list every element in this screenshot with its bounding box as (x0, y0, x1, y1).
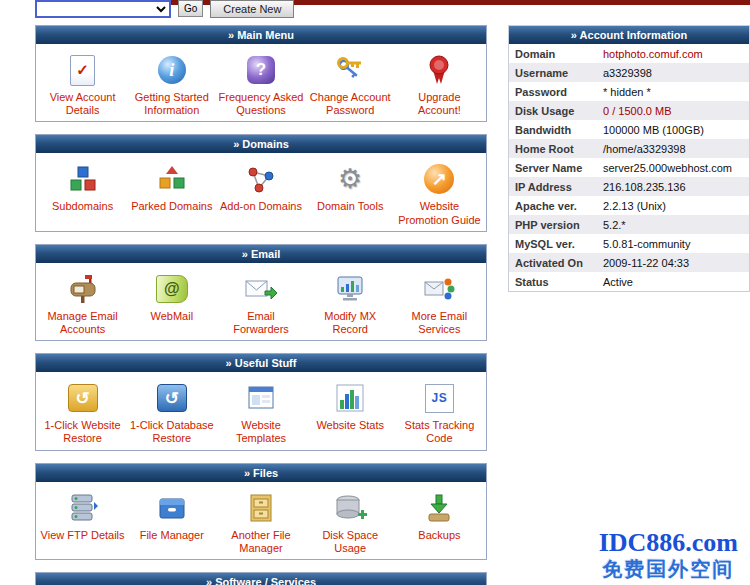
section-header-email: » Email (36, 245, 486, 263)
menu-item-website-templates[interactable]: Website Templates (216, 379, 305, 445)
gears-icon: ⚙ (306, 160, 395, 198)
section-header-main-menu: » Main Menu (36, 26, 486, 44)
menu-item-view-account-details[interactable]: ✓ View Account Details (38, 51, 127, 117)
menu-item-website-promotion[interactable]: ↗ Website Promotion Guide (395, 160, 484, 226)
menu-item-disk-space-usage[interactable]: Disk Space Usage (306, 489, 395, 555)
menu-item-file-manager[interactable]: File Manager (127, 489, 216, 542)
account-info-row: Password * hidden * (509, 82, 749, 101)
section-email: » Email Manage Email Accounts (35, 244, 487, 341)
activated-on-value: 2009-11-22 04:33 (603, 257, 689, 269)
account-info-row: Home Root /home/a3329398 (509, 139, 749, 158)
menu-item-label: Website Promotion Guide (395, 200, 484, 226)
top-form: Go Create New (35, 0, 294, 18)
php-version-value: 5.2.* (603, 219, 626, 231)
menu-item-label: Domain Tools (306, 200, 395, 213)
menu-item-email-forwarders[interactable]: Email Forwarders (216, 270, 305, 336)
envelope-services-icon (395, 270, 484, 308)
section-header-software-services: » Software / Services (36, 573, 486, 585)
section-software-services: » Software / Services (35, 572, 487, 585)
menu-item-webmail[interactable]: @ WebMail (127, 270, 216, 323)
js-code-icon: JS (395, 379, 484, 417)
menu-item-another-file-manager[interactable]: Another File Manager (216, 489, 305, 555)
menu-item-view-ftp-details[interactable]: View FTP Details (38, 489, 127, 542)
menu-item-change-password[interactable]: Change Account Password (306, 51, 395, 117)
page: Go Create New » Main Menu ✓ View Account… (0, 0, 750, 585)
info-icon: i (127, 51, 216, 89)
promotion-arrow-icon: ↗ (395, 160, 484, 198)
templates-window-icon (216, 379, 305, 417)
menu-item-label: Email Forwarders (216, 310, 305, 336)
watermark: IDC886.com 免费国外空间 (599, 529, 738, 583)
file-manager-icon (127, 489, 216, 527)
section-files: » Files View FTP Details (35, 463, 487, 560)
create-new-button[interactable]: Create New (210, 0, 294, 18)
menu-item-label: Website Stats (306, 419, 395, 432)
menu-item-database-restore[interactable]: ↺ 1-Click Database Restore (127, 379, 216, 445)
menu-item-modify-mx[interactable]: Modify MX Record (306, 270, 395, 336)
menu-item-domain-tools[interactable]: ⚙ Domain Tools (306, 160, 395, 213)
apache-version-value: 2.2.13 (Unix) (603, 200, 666, 212)
bandwidth-value: 100000 MB (100GB) (603, 124, 704, 136)
account-info-row: Apache ver. 2.2.13 (Unix) (509, 196, 749, 215)
username-value: a3329398 (603, 67, 652, 79)
parked-cubes-icon (127, 160, 216, 198)
account-info-row: Username a3329398 (509, 63, 749, 82)
menu-item-backups[interactable]: Backups (395, 489, 484, 542)
account-details-icon: ✓ (38, 51, 127, 89)
database-restore-icon: ↺ (127, 379, 216, 417)
menu-item-label: Backups (395, 529, 484, 542)
section-header-useful-stuff: » Useful Stuff (36, 354, 486, 372)
ip-address-value: 216.108.235.136 (603, 181, 686, 193)
menu-item-label: Add-on Domains (216, 200, 305, 213)
menu-item-label: Disk Space Usage (306, 529, 395, 555)
menu-item-label: Getting Started Information (127, 91, 216, 117)
menu-item-faq[interactable]: ? Frequency Asked Questions (216, 51, 305, 117)
menu-item-getting-started[interactable]: i Getting Started Information (127, 51, 216, 117)
award-ribbon-icon (395, 51, 484, 89)
menu-item-website-stats[interactable]: Website Stats (306, 379, 395, 432)
menu-item-label: Subdomains (38, 200, 127, 213)
account-info-rows: Domain hotphoto.comuf.com Username a3329… (509, 44, 749, 291)
menu-item-more-email-services[interactable]: More Email Services (395, 270, 484, 336)
menu-item-label: WebMail (127, 310, 216, 323)
section-useful-stuff: » Useful Stuff ↺ 1-Click Website Restore… (35, 353, 487, 450)
menu-item-label: 1-Click Database Restore (127, 419, 216, 445)
main-menu-column: » Main Menu ✓ View Account Details i Get… (35, 25, 487, 585)
menu-item-label: Modify MX Record (306, 310, 395, 336)
menu-item-label: Frequency Asked Questions (216, 91, 305, 117)
menu-item-parked-domains[interactable]: Parked Domains (127, 160, 216, 213)
account-info-row: MySQL ver. 5.0.81-community (509, 234, 749, 253)
network-nodes-icon (216, 160, 305, 198)
menu-item-label: Upgrade Account! (395, 91, 484, 117)
menu-item-subdomains[interactable]: Subdomains (38, 160, 127, 213)
menu-item-addon-domains[interactable]: Add-on Domains (216, 160, 305, 213)
disk-usage-value: 0 / 1500.0 MB (603, 105, 672, 117)
menu-item-label: Stats Tracking Code (395, 419, 484, 445)
account-info-row: Activated On 2009-11-22 04:33 (509, 253, 749, 272)
domain-select[interactable] (35, 0, 171, 18)
menu-item-website-restore[interactable]: ↺ 1-Click Website Restore (38, 379, 127, 445)
domain-value: hotphoto.comuf.com (603, 48, 703, 60)
watermark-site: IDC886.com (599, 529, 738, 556)
menu-item-manage-email[interactable]: Manage Email Accounts (38, 270, 127, 336)
menu-item-label: View FTP Details (38, 529, 127, 542)
go-button[interactable]: Go (178, 0, 203, 17)
section-main-menu: » Main Menu ✓ View Account Details i Get… (35, 25, 487, 122)
website-restore-icon: ↺ (38, 379, 127, 417)
section-domains: » Domains Subdomains (35, 134, 487, 231)
account-info-row: IP Address 216.108.235.136 (509, 177, 749, 196)
menu-item-upgrade-account[interactable]: Upgrade Account! (395, 51, 484, 117)
status-value: Active (603, 276, 633, 288)
cubes-icon (38, 160, 127, 198)
server-name-value: server25.000webhost.com (603, 162, 732, 174)
menu-item-label: 1-Click Website Restore (38, 419, 127, 445)
watermark-slogan: 免费国外空间 (599, 556, 738, 583)
menu-item-stats-tracking[interactable]: JS Stats Tracking Code (395, 379, 484, 445)
account-info-panel: » Account Information Domain hotphoto.co… (508, 25, 750, 292)
bar-chart-icon (306, 379, 395, 417)
keys-icon (306, 51, 395, 89)
menu-item-label: Another File Manager (216, 529, 305, 555)
account-info-column: » Account Information Domain hotphoto.co… (508, 25, 750, 585)
home-root-value: /home/a3329398 (603, 143, 686, 155)
account-info-row: PHP version 5.2.* (509, 215, 749, 234)
